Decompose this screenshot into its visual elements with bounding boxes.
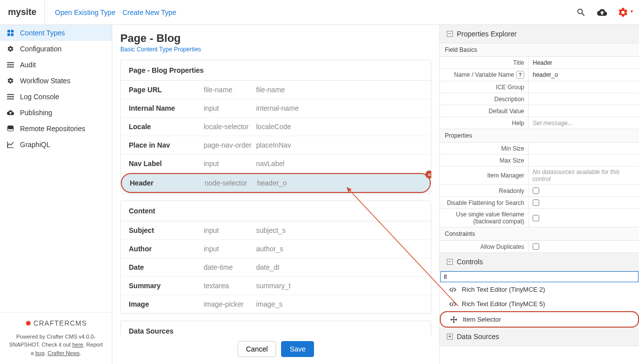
svg-rect-1 xyxy=(11,30,13,32)
form-value[interactable] xyxy=(529,93,639,105)
create-new-link[interactable]: Create New Type xyxy=(122,8,176,16)
sidebar-item-publishing[interactable]: Publishing xyxy=(0,105,112,121)
sidebar-item-label: Configuration xyxy=(20,45,61,53)
site-name: mysite xyxy=(8,0,45,25)
controls-heading[interactable]: − Controls xyxy=(440,253,639,271)
property-type: input xyxy=(204,226,256,234)
form-value[interactable] xyxy=(529,81,639,93)
form-value[interactable] xyxy=(529,155,639,166)
cloud-icon xyxy=(6,109,15,116)
sidebar-item-log-console[interactable]: Log Console xyxy=(0,89,112,105)
form-value[interactable]: Header xyxy=(529,57,639,68)
footer-here-link[interactable]: here xyxy=(72,342,83,348)
sidebar-item-label: Log Console xyxy=(20,93,59,101)
checkbox-input[interactable] xyxy=(533,199,539,206)
svg-rect-8 xyxy=(7,96,14,97)
form-value[interactable] xyxy=(529,105,639,117)
property-variable: summary_t xyxy=(256,282,423,290)
footer-news-link[interactable]: Crafter News xyxy=(47,350,79,356)
collapse-icon[interactable]: − xyxy=(447,31,453,37)
property-row[interactable]: Summarytextareasummary_t xyxy=(121,277,431,295)
constraints-heading: Constraints xyxy=(440,227,639,241)
panel-heading[interactable]: − Properties Explorer xyxy=(440,25,639,43)
form-label: ICE Group xyxy=(440,81,529,93)
form-row: Default Value xyxy=(440,105,639,117)
info-icon[interactable]: ? xyxy=(516,71,524,79)
sidebar-item-remote-repositories[interactable]: Remote Repositories xyxy=(0,121,112,137)
form-row: ICE Group xyxy=(440,81,639,93)
gear-icon xyxy=(618,7,629,18)
svg-line-11 xyxy=(452,287,453,292)
property-row[interactable]: Imageimage-pickerimage_s xyxy=(121,295,431,313)
page-subtitle-link[interactable]: Basic Content Type Properties xyxy=(120,46,431,53)
form-row: Disable Flattening for Search xyxy=(440,197,639,209)
code-icon xyxy=(449,286,457,293)
collapse-icon[interactable]: − xyxy=(447,259,453,265)
svg-rect-5 xyxy=(7,64,14,65)
form-value[interactable]: header_o xyxy=(529,69,639,81)
control-item-item-selector[interactable]: Item Selector xyxy=(440,311,639,328)
property-variable: file-name xyxy=(256,86,423,94)
form-value[interactable] xyxy=(529,143,639,154)
control-item-rich-text-editor-tinymce-5-[interactable]: Rich Text Editor (TinyMCE 5) xyxy=(440,297,639,311)
checkbox-input[interactable] xyxy=(533,215,539,221)
gear-icon xyxy=(6,45,15,52)
open-existing-link[interactable]: Open Existing Type xyxy=(55,8,115,16)
form-row: Readonly xyxy=(440,185,639,197)
form-label: Allow Duplicates xyxy=(440,241,529,252)
form-row: Max Size xyxy=(440,155,639,167)
sidebar-item-label: Audit xyxy=(20,61,36,69)
cloud-upload-icon xyxy=(597,7,607,17)
property-variable: placeInNav xyxy=(256,141,423,149)
sidebar-item-label: Publishing xyxy=(20,109,52,117)
datasources-title: Data Sources xyxy=(457,333,499,341)
property-type: textarea xyxy=(204,282,256,290)
form-label: Readonly xyxy=(440,185,529,196)
property-row[interactable]: Subjectinputsubject_s xyxy=(121,221,431,240)
controls-filter-input[interactable] xyxy=(440,271,639,282)
cancel-button[interactable]: Cancel xyxy=(238,341,277,357)
search-button[interactable] xyxy=(573,4,589,20)
property-row[interactable]: Place in Navpage-nav-orderplaceInNav xyxy=(121,136,431,155)
checkbox-input[interactable] xyxy=(533,243,539,250)
sidebar-item-configuration[interactable]: Configuration xyxy=(0,41,112,57)
form-label: Name / Variable Name ? xyxy=(440,69,529,81)
svg-rect-7 xyxy=(7,94,14,95)
control-item-rich-text-editor-tinymce-2-[interactable]: Rich Text Editor (TinyMCE 2) xyxy=(440,282,639,297)
section-heading: Data Sources xyxy=(121,321,431,335)
property-variable: internal-name xyxy=(256,104,423,112)
svg-rect-0 xyxy=(7,30,10,32)
control-label: Rich Text Editor (TinyMCE 2) xyxy=(462,286,545,293)
footer-bug-link[interactable]: bug xyxy=(35,350,44,356)
property-row[interactable]: Nav LabelinputnavLabel xyxy=(121,155,431,173)
sidebar-item-label: Remote Repositories xyxy=(20,125,85,133)
sidebar-item-graphiql[interactable]: GraphiQL xyxy=(0,137,112,153)
property-row[interactable]: Localelocale-selectorlocaleCode xyxy=(121,118,431,136)
property-label: Subject xyxy=(129,226,204,234)
datasources-heading[interactable]: + Data Sources xyxy=(440,328,639,346)
sidebar-item-workflow-states[interactable]: Workflow States xyxy=(0,73,112,89)
form-label: Item Manager xyxy=(440,167,529,184)
property-row[interactable]: Datedate-timedate_dt xyxy=(121,258,431,277)
control-label: Item Selector xyxy=(463,316,501,323)
remove-field-icon[interactable]: ✕ xyxy=(425,171,431,179)
property-row[interactable]: Authorinputauthor_s xyxy=(121,240,431,258)
svg-rect-9 xyxy=(7,99,14,100)
expand-icon[interactable]: + xyxy=(447,334,453,340)
save-button[interactable]: Save xyxy=(281,341,314,357)
crafter-menu-button[interactable]: ▾ xyxy=(615,4,631,20)
property-variable: localeCode xyxy=(256,123,423,131)
form-row: Item ManagerNo datasources available for… xyxy=(440,167,639,185)
properties-section: Page - Blog Properties Page URLfile-name… xyxy=(120,60,431,193)
property-row[interactable]: Page URLfile-namefile-name xyxy=(121,81,431,99)
sidebar-item-audit[interactable]: Audit xyxy=(0,57,112,73)
chart-icon xyxy=(6,141,15,148)
property-type: locale-selector xyxy=(204,123,256,131)
form-value[interactable]: Set message... xyxy=(529,117,639,129)
property-row[interactable]: Headernode-selectorheader_o✕ xyxy=(121,173,431,193)
checkbox-input[interactable] xyxy=(533,187,539,194)
property-row[interactable]: Internal Nameinputinternal-name xyxy=(121,99,431,118)
publish-button[interactable] xyxy=(594,4,610,20)
sidebar-item-content-types[interactable]: Content Types xyxy=(0,25,112,41)
svg-rect-3 xyxy=(11,33,13,36)
